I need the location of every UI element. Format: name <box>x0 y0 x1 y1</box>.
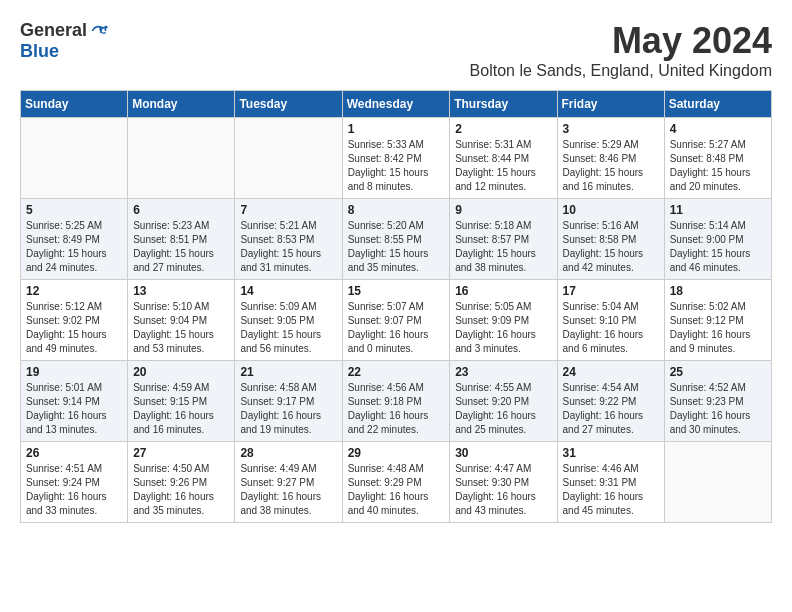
day-info: Sunrise: 4:46 AM Sunset: 9:31 PM Dayligh… <box>563 462 659 518</box>
day-info: Sunrise: 5:16 AM Sunset: 8:58 PM Dayligh… <box>563 219 659 275</box>
calendar-table: SundayMondayTuesdayWednesdayThursdayFrid… <box>20 90 772 523</box>
day-header-wednesday: Wednesday <box>342 91 450 118</box>
day-number: 26 <box>26 446 122 460</box>
day-info: Sunrise: 5:18 AM Sunset: 8:57 PM Dayligh… <box>455 219 551 275</box>
calendar-cell: 23Sunrise: 4:55 AM Sunset: 9:20 PM Dayli… <box>450 361 557 442</box>
day-info: Sunrise: 5:01 AM Sunset: 9:14 PM Dayligh… <box>26 381 122 437</box>
calendar-cell: 29Sunrise: 4:48 AM Sunset: 9:29 PM Dayli… <box>342 442 450 523</box>
day-info: Sunrise: 5:21 AM Sunset: 8:53 PM Dayligh… <box>240 219 336 275</box>
day-number: 7 <box>240 203 336 217</box>
calendar-cell: 12Sunrise: 5:12 AM Sunset: 9:02 PM Dayli… <box>21 280 128 361</box>
calendar-cell: 25Sunrise: 4:52 AM Sunset: 9:23 PM Dayli… <box>664 361 771 442</box>
day-header-monday: Monday <box>128 91 235 118</box>
calendar-cell: 7Sunrise: 5:21 AM Sunset: 8:53 PM Daylig… <box>235 199 342 280</box>
month-year-title: May 2024 <box>470 20 772 62</box>
day-info: Sunrise: 4:49 AM Sunset: 9:27 PM Dayligh… <box>240 462 336 518</box>
day-number: 24 <box>563 365 659 379</box>
calendar-cell: 22Sunrise: 4:56 AM Sunset: 9:18 PM Dayli… <box>342 361 450 442</box>
calendar-cell <box>235 118 342 199</box>
day-info: Sunrise: 4:48 AM Sunset: 9:29 PM Dayligh… <box>348 462 445 518</box>
calendar-cell: 26Sunrise: 4:51 AM Sunset: 9:24 PM Dayli… <box>21 442 128 523</box>
day-header-sunday: Sunday <box>21 91 128 118</box>
calendar-week-4: 19Sunrise: 5:01 AM Sunset: 9:14 PM Dayli… <box>21 361 772 442</box>
calendar-header-row: SundayMondayTuesdayWednesdayThursdayFrid… <box>21 91 772 118</box>
calendar-cell: 21Sunrise: 4:58 AM Sunset: 9:17 PM Dayli… <box>235 361 342 442</box>
calendar-cell: 10Sunrise: 5:16 AM Sunset: 8:58 PM Dayli… <box>557 199 664 280</box>
calendar-cell: 15Sunrise: 5:07 AM Sunset: 9:07 PM Dayli… <box>342 280 450 361</box>
day-info: Sunrise: 5:31 AM Sunset: 8:44 PM Dayligh… <box>455 138 551 194</box>
day-number: 22 <box>348 365 445 379</box>
day-number: 6 <box>133 203 229 217</box>
calendar-cell <box>664 442 771 523</box>
day-number: 14 <box>240 284 336 298</box>
day-info: Sunrise: 5:25 AM Sunset: 8:49 PM Dayligh… <box>26 219 122 275</box>
calendar-cell: 11Sunrise: 5:14 AM Sunset: 9:00 PM Dayli… <box>664 199 771 280</box>
calendar-cell <box>128 118 235 199</box>
day-number: 8 <box>348 203 445 217</box>
day-number: 3 <box>563 122 659 136</box>
day-info: Sunrise: 5:07 AM Sunset: 9:07 PM Dayligh… <box>348 300 445 356</box>
day-info: Sunrise: 4:51 AM Sunset: 9:24 PM Dayligh… <box>26 462 122 518</box>
calendar-week-1: 1Sunrise: 5:33 AM Sunset: 8:42 PM Daylig… <box>21 118 772 199</box>
day-number: 18 <box>670 284 766 298</box>
day-number: 11 <box>670 203 766 217</box>
day-info: Sunrise: 5:27 AM Sunset: 8:48 PM Dayligh… <box>670 138 766 194</box>
calendar-cell: 31Sunrise: 4:46 AM Sunset: 9:31 PM Dayli… <box>557 442 664 523</box>
day-number: 9 <box>455 203 551 217</box>
day-number: 25 <box>670 365 766 379</box>
day-info: Sunrise: 4:55 AM Sunset: 9:20 PM Dayligh… <box>455 381 551 437</box>
calendar-week-3: 12Sunrise: 5:12 AM Sunset: 9:02 PM Dayli… <box>21 280 772 361</box>
day-info: Sunrise: 4:47 AM Sunset: 9:30 PM Dayligh… <box>455 462 551 518</box>
calendar-cell: 9Sunrise: 5:18 AM Sunset: 8:57 PM Daylig… <box>450 199 557 280</box>
day-number: 21 <box>240 365 336 379</box>
day-info: Sunrise: 5:14 AM Sunset: 9:00 PM Dayligh… <box>670 219 766 275</box>
page-header: General Blue May 2024 Bolton le Sands, E… <box>20 20 772 80</box>
calendar-cell: 1Sunrise: 5:33 AM Sunset: 8:42 PM Daylig… <box>342 118 450 199</box>
day-header-friday: Friday <box>557 91 664 118</box>
day-number: 1 <box>348 122 445 136</box>
calendar-cell: 4Sunrise: 5:27 AM Sunset: 8:48 PM Daylig… <box>664 118 771 199</box>
day-number: 15 <box>348 284 445 298</box>
calendar-cell: 13Sunrise: 5:10 AM Sunset: 9:04 PM Dayli… <box>128 280 235 361</box>
day-number: 4 <box>670 122 766 136</box>
day-number: 29 <box>348 446 445 460</box>
day-info: Sunrise: 5:33 AM Sunset: 8:42 PM Dayligh… <box>348 138 445 194</box>
day-number: 28 <box>240 446 336 460</box>
day-info: Sunrise: 4:59 AM Sunset: 9:15 PM Dayligh… <box>133 381 229 437</box>
day-info: Sunrise: 5:02 AM Sunset: 9:12 PM Dayligh… <box>670 300 766 356</box>
calendar-cell: 30Sunrise: 4:47 AM Sunset: 9:30 PM Dayli… <box>450 442 557 523</box>
day-number: 23 <box>455 365 551 379</box>
logo: General Blue <box>20 20 109 62</box>
day-number: 10 <box>563 203 659 217</box>
day-number: 27 <box>133 446 229 460</box>
day-number: 19 <box>26 365 122 379</box>
day-info: Sunrise: 5:09 AM Sunset: 9:05 PM Dayligh… <box>240 300 336 356</box>
day-info: Sunrise: 5:05 AM Sunset: 9:09 PM Dayligh… <box>455 300 551 356</box>
day-info: Sunrise: 5:04 AM Sunset: 9:10 PM Dayligh… <box>563 300 659 356</box>
calendar-cell: 14Sunrise: 5:09 AM Sunset: 9:05 PM Dayli… <box>235 280 342 361</box>
day-info: Sunrise: 4:54 AM Sunset: 9:22 PM Dayligh… <box>563 381 659 437</box>
calendar-cell: 27Sunrise: 4:50 AM Sunset: 9:26 PM Dayli… <box>128 442 235 523</box>
day-number: 20 <box>133 365 229 379</box>
day-info: Sunrise: 5:23 AM Sunset: 8:51 PM Dayligh… <box>133 219 229 275</box>
day-number: 13 <box>133 284 229 298</box>
calendar-cell: 17Sunrise: 5:04 AM Sunset: 9:10 PM Dayli… <box>557 280 664 361</box>
day-info: Sunrise: 4:52 AM Sunset: 9:23 PM Dayligh… <box>670 381 766 437</box>
calendar-week-2: 5Sunrise: 5:25 AM Sunset: 8:49 PM Daylig… <box>21 199 772 280</box>
day-number: 5 <box>26 203 122 217</box>
calendar-cell: 18Sunrise: 5:02 AM Sunset: 9:12 PM Dayli… <box>664 280 771 361</box>
calendar-cell: 16Sunrise: 5:05 AM Sunset: 9:09 PM Dayli… <box>450 280 557 361</box>
location-subtitle: Bolton le Sands, England, United Kingdom <box>470 62 772 80</box>
day-info: Sunrise: 4:58 AM Sunset: 9:17 PM Dayligh… <box>240 381 336 437</box>
day-number: 31 <box>563 446 659 460</box>
logo-bird-icon <box>89 21 109 41</box>
day-header-thursday: Thursday <box>450 91 557 118</box>
logo-general-text: General <box>20 20 87 41</box>
day-number: 17 <box>563 284 659 298</box>
calendar-week-5: 26Sunrise: 4:51 AM Sunset: 9:24 PM Dayli… <box>21 442 772 523</box>
day-info: Sunrise: 5:29 AM Sunset: 8:46 PM Dayligh… <box>563 138 659 194</box>
calendar-cell: 5Sunrise: 5:25 AM Sunset: 8:49 PM Daylig… <box>21 199 128 280</box>
day-info: Sunrise: 4:56 AM Sunset: 9:18 PM Dayligh… <box>348 381 445 437</box>
calendar-cell <box>21 118 128 199</box>
day-header-tuesday: Tuesday <box>235 91 342 118</box>
